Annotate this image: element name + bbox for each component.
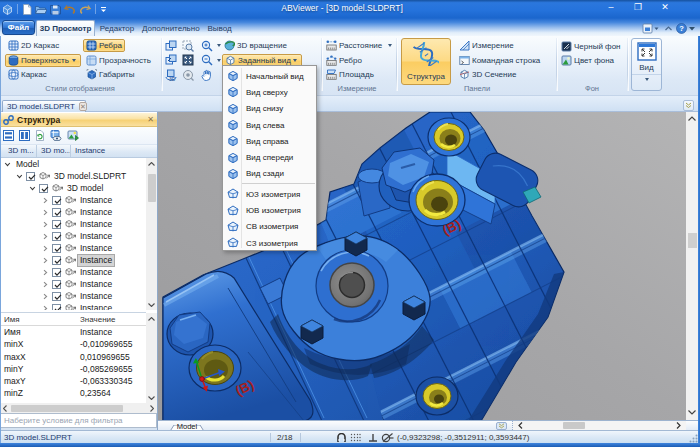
chevron-icon[interactable] — [42, 305, 49, 311]
tree-row[interactable]: 3D model — [0, 182, 146, 194]
menu-item[interactable]: Вид слева — [223, 117, 316, 133]
open-file-button[interactable] — [35, 4, 47, 15]
filter-input[interactable]: Наберите условие для фильтра — [0, 413, 157, 428]
button-distance[interactable]: Расстояние — [324, 39, 394, 52]
menu-item[interactable]: Вид сверху — [223, 84, 316, 100]
tree-row[interactable]: Instance — [0, 242, 146, 254]
button-surface[interactable]: Поверхность — [5, 54, 81, 67]
scroll-down-icon[interactable] — [146, 392, 157, 403]
split-horizontal-button[interactable] — [3, 130, 14, 141]
column-header[interactable]: 3D m... — [4, 145, 37, 157]
undo-button[interactable] — [64, 4, 76, 15]
grid-icon[interactable] — [350, 433, 361, 443]
redo-button[interactable] — [79, 4, 91, 15]
save-button[interactable] — [50, 4, 61, 15]
scroll-up-icon[interactable] — [146, 158, 157, 169]
menu-item[interactable]: Вид сзади — [223, 166, 316, 182]
scroll-down-icon[interactable] — [686, 406, 698, 418]
nav-zoom-out-button[interactable] — [201, 54, 221, 67]
button-command-line[interactable]: Командная строка — [457, 54, 542, 67]
button-wireframe[interactable]: Каркас — [6, 68, 49, 81]
button-2d-wireframe[interactable]: 2D Каркас — [6, 39, 61, 52]
column-header[interactable]: Имя — [0, 313, 80, 325]
structure-panel-header[interactable]: Структура ✕ — [0, 113, 157, 127]
button-measurement-panel[interactable]: Измерение — [457, 39, 516, 52]
split-vertical-button[interactable] — [19, 130, 30, 141]
button-extents[interactable]: Габариты — [84, 68, 137, 81]
checkbox[interactable] — [52, 196, 61, 205]
tree-row-label[interactable]: Instance — [78, 195, 114, 206]
chevron-icon[interactable] — [42, 257, 49, 264]
menu-item[interactable]: Начальный вид — [223, 68, 316, 84]
chevron-icon[interactable] — [4, 161, 11, 168]
button-view[interactable]: Вид — [631, 38, 662, 91]
button-3d-rotation[interactable]: 3D вращение — [222, 39, 289, 52]
tree-row-label[interactable]: Instance — [78, 303, 114, 311]
checkbox[interactable] — [52, 256, 61, 265]
menu-item[interactable]: Вид спереди — [223, 149, 316, 165]
export-image-button[interactable] — [67, 130, 80, 141]
help-dropdown-icon[interactable] — [688, 23, 696, 34]
menu-item[interactable]: Вид снизу — [223, 101, 316, 117]
property-row[interactable]: minX -0,010969655 — [0, 338, 146, 350]
scrollbar-thumb[interactable] — [11, 405, 123, 412]
tab-extra[interactable]: Дополнительно — [142, 21, 199, 36]
tree-row-label[interactable]: Instance — [78, 267, 114, 278]
chevron-icon[interactable] — [42, 269, 49, 276]
snap-magnet-icon[interactable] — [336, 433, 347, 443]
help-button[interactable]: ? — [675, 23, 687, 34]
chevron-icon[interactable] — [16, 173, 23, 180]
checkbox[interactable] — [52, 292, 61, 301]
show-element-button[interactable] — [50, 130, 62, 141]
ortho-icon[interactable] — [368, 433, 378, 443]
close-button[interactable]: ✕ — [656, 2, 674, 13]
scrollbar-thumb[interactable] — [148, 174, 156, 202]
checkbox[interactable] — [39, 184, 48, 193]
nav-pan-hand-button[interactable] — [201, 68, 213, 81]
column-header[interactable]: Instance — [71, 145, 151, 157]
sheet-collapse-button[interactable] — [496, 422, 507, 430]
menu-item[interactable]: СВ изометрия — [223, 219, 316, 235]
checkbox[interactable] — [52, 280, 61, 289]
column-header[interactable]: Значение — [80, 313, 115, 325]
scroll-down-icon[interactable] — [146, 299, 157, 310]
tree-row[interactable]: Instance — [0, 194, 146, 206]
scroll-up-icon[interactable] — [146, 313, 157, 324]
tab-file[interactable]: Файл — [2, 20, 35, 35]
osnap-icon[interactable] — [381, 432, 394, 443]
chevron-icon[interactable] — [42, 209, 49, 216]
property-row[interactable]: Имя Instance — [0, 326, 146, 338]
tree-row-label[interactable]: 3D model — [65, 183, 105, 194]
tree-row[interactable]: Instance — [0, 254, 146, 266]
checkbox[interactable] — [52, 244, 61, 253]
scrollbar-thumb[interactable] — [563, 422, 585, 429]
button-structure-panel[interactable]: Структура — [401, 38, 451, 85]
checkbox[interactable] — [26, 172, 35, 181]
scroll-left-icon[interactable] — [0, 403, 10, 413]
button-3d-section[interactable]: 3D Сечение — [457, 68, 518, 81]
properties-scrollbar[interactable] — [146, 313, 157, 403]
nav-fit-extents-button[interactable] — [182, 54, 194, 67]
scroll-right-icon[interactable] — [147, 403, 157, 413]
minimize-ribbon-button[interactable] — [662, 23, 674, 34]
tree-row-label[interactable]: Instance — [78, 207, 114, 218]
collapse-ribbon-button[interactable] — [683, 100, 694, 111]
nav-look-at-button[interactable] — [182, 68, 194, 81]
tree-row[interactable]: Instance — [0, 230, 146, 242]
style-selector-button[interactable] — [640, 23, 660, 34]
checkbox[interactable] — [52, 304, 61, 311]
button-transparency[interactable]: Прозрачность — [84, 54, 153, 67]
button-edges[interactable]: Ребра — [83, 39, 125, 52]
menu-item[interactable]: СЗ изометрия — [223, 235, 316, 251]
checkbox[interactable] — [52, 220, 61, 229]
button-background-color[interactable]: Цвет фона — [559, 54, 616, 67]
nav-rotate-3d-button[interactable]: 3D — [165, 68, 177, 81]
tree-row[interactable]: Instance — [0, 290, 146, 302]
tab-3d-view[interactable]: 3D Просмотр — [36, 20, 95, 36]
button-black-background[interactable]: Черный фон — [559, 40, 623, 53]
nav-zoom-window-button[interactable] — [182, 39, 194, 52]
tree-row[interactable]: Instance — [0, 266, 146, 278]
column-header[interactable]: 3D mo... — [37, 145, 71, 157]
scroll-left-icon[interactable] — [515, 421, 526, 430]
chevron-icon[interactable] — [42, 221, 49, 228]
